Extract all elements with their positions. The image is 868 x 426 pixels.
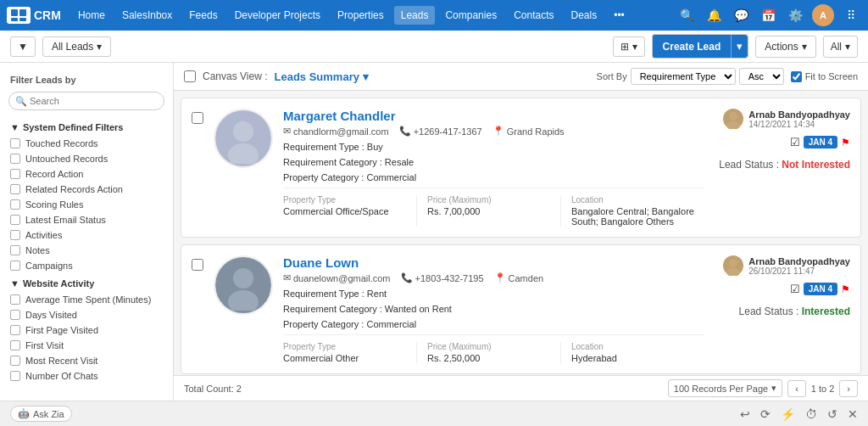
sidebar-item-first-visit[interactable]: First Visit	[0, 338, 173, 353]
most-recent-checkbox[interactable]	[10, 356, 20, 366]
calendar-icon[interactable]: 📅	[758, 5, 778, 25]
nav-icons-group: 🔍 🔔 💬 📅 ⚙️ A ⠿	[676, 4, 861, 26]
ask-zia-button[interactable]: 🤖 Ask Zia	[10, 406, 72, 422]
sidebar-item-days-visited[interactable]: Days Visited	[0, 307, 173, 322]
prev-page-button[interactable]: ‹	[787, 380, 806, 397]
search-input[interactable]	[8, 92, 164, 110]
nav-salesinbox[interactable]: SalesInbox	[115, 6, 179, 25]
campaigns-checkbox[interactable]	[10, 261, 20, 271]
untouched-records-checkbox[interactable]	[10, 154, 20, 164]
user-avatar[interactable]: A	[812, 4, 834, 26]
sidebar-item-touched-records[interactable]: Touched Records	[0, 136, 173, 151]
all-filter-button[interactable]: All ▾	[823, 36, 858, 58]
avatar-placeholder	[215, 109, 271, 168]
svg-point-6	[729, 112, 737, 121]
fit-to-screen-checkbox[interactable]	[791, 71, 802, 82]
sidebar-item-activities[interactable]: Activities	[0, 227, 173, 243]
nav-more[interactable]: •••	[607, 6, 632, 25]
lead-details-2: Property Type Commercial Other Price (Ma…	[283, 334, 704, 363]
actions-button[interactable]: Actions ▾	[755, 36, 815, 58]
status-icon-3[interactable]: ⚡	[781, 407, 795, 421]
notes-checkbox[interactable]	[10, 245, 20, 255]
sort-order-select[interactable]: Asc	[739, 68, 784, 85]
activities-checkbox[interactable]	[10, 230, 20, 240]
first-visit-checkbox[interactable]	[10, 340, 20, 350]
nav-companies[interactable]: Companies	[438, 6, 504, 25]
latest-email-label: Latest Email Status	[25, 215, 106, 225]
first-page-checkbox[interactable]	[10, 325, 20, 335]
calendar-task-icon-2[interactable]: ☑	[790, 283, 800, 295]
lead-checkbox-2[interactable]	[192, 259, 203, 271]
related-records-checkbox[interactable]	[10, 184, 20, 194]
sidebar-item-avg-time[interactable]: Average Time Spent (Minutes)	[0, 292, 173, 307]
latest-email-checkbox[interactable]	[10, 215, 20, 225]
status-icon-4[interactable]: ⏱	[805, 407, 817, 421]
prop-type-col-1: Property Type Commercial Office/Space	[283, 195, 417, 227]
record-action-label: Record Action	[25, 169, 83, 179]
status-icon-1[interactable]: ↩	[740, 407, 750, 421]
nav-contacts[interactable]: Contacts	[507, 6, 560, 25]
view-toggle-button[interactable]: ⊞ ▾	[613, 36, 645, 57]
sidebar-item-untouched-records[interactable]: Untouched Records	[0, 151, 173, 166]
canvas-view-selector[interactable]: Leads Summary ▾	[274, 70, 368, 83]
create-lead-dropdown-arrow[interactable]: ▾	[731, 35, 748, 58]
nav-feeds[interactable]: Feeds	[182, 6, 224, 25]
filter-button[interactable]: ▼	[10, 36, 36, 57]
lead-name-1[interactable]: Margaret Chandler	[283, 109, 704, 123]
grid-icon[interactable]: ⠿	[841, 5, 861, 25]
avg-time-checkbox[interactable]	[10, 294, 20, 305]
select-all-checkbox[interactable]	[184, 70, 196, 82]
lead-meta-cat-2: Requirement Category : Wanted on Rent	[283, 304, 704, 314]
bell-icon[interactable]: 🔔	[704, 5, 724, 25]
prop-type-col-2: Property Type Commercial Other	[283, 342, 417, 363]
sidebar-item-latest-email[interactable]: Latest Email Status	[0, 212, 173, 227]
fit-to-screen-toggle[interactable]: Fit to Screen	[791, 71, 858, 82]
next-page-button[interactable]: ›	[839, 380, 858, 397]
num-chats-checkbox[interactable]	[10, 371, 20, 381]
app-logo[interactable]: CRM	[7, 7, 61, 24]
nav-developer-projects[interactable]: Developer Projects	[228, 6, 327, 25]
lead-checkbox-1[interactable]	[192, 112, 203, 124]
lead-details-1: Property Type Commercial Office/Space Pr…	[283, 188, 704, 227]
sidebar-item-first-page-visited[interactable]: First Page Visited	[0, 322, 173, 338]
dropdown-arrow-icon: ▾	[97, 41, 102, 53]
nav-home[interactable]: Home	[71, 6, 112, 25]
create-lead-button[interactable]: Create Lead	[653, 35, 732, 58]
record-action-checkbox[interactable]	[10, 169, 20, 179]
content-area: Canvas View : Leads Summary ▾ Sort By Re…	[174, 63, 868, 401]
top-navigation: CRM Home SalesInbox Feeds Developer Proj…	[0, 0, 868, 31]
status-icon-6[interactable]: ✕	[848, 407, 858, 421]
sidebar-item-num-chats[interactable]: Number Of Chats	[0, 368, 173, 384]
sidebar-item-scoring-rules[interactable]: Scoring Rules	[0, 197, 173, 212]
lead-meta-1: Requirement Type : Buy	[283, 142, 704, 152]
nav-properties[interactable]: Properties	[331, 6, 391, 25]
sort-field-select[interactable]: Requirement Type	[631, 68, 736, 85]
search-icon[interactable]: 🔍	[676, 5, 697, 25]
sidebar-item-campaigns[interactable]: Campaigns	[0, 258, 173, 273]
system-filters-header[interactable]: ▼ System Defined Filters	[0, 117, 173, 136]
sidebar-item-record-action[interactable]: Record Action	[0, 166, 173, 182]
per-page-dropdown[interactable]: 100 Records Per Page ▾	[668, 379, 782, 397]
svg-point-4	[233, 121, 253, 142]
calendar-task-icon-1[interactable]: ☑	[790, 136, 800, 149]
sidebar-item-most-recent-visit[interactable]: Most Recent Visit	[0, 353, 173, 368]
lead-name-2[interactable]: Duane Lown	[283, 255, 704, 270]
days-visited-checkbox[interactable]	[10, 310, 20, 320]
campaigns-label: Campaigns	[25, 261, 73, 271]
status-icon-5[interactable]: ↺	[827, 407, 837, 421]
pagination: 100 Records Per Page ▾ ‹ 1 to 2 ›	[668, 379, 858, 397]
nav-leads[interactable]: Leads	[394, 6, 436, 25]
req-cat-value-1: Resale	[385, 157, 414, 167]
assigned-avatar-2	[723, 255, 743, 276]
status-icon-2[interactable]: ⟳	[760, 407, 771, 421]
website-activity-header[interactable]: ▼ Website Activity	[0, 273, 173, 292]
all-leads-dropdown[interactable]: All Leads ▾	[42, 36, 111, 57]
sidebar-item-notes[interactable]: Notes	[0, 243, 173, 258]
settings-icon[interactable]: ⚙️	[785, 5, 805, 25]
chat-icon[interactable]: 💬	[731, 5, 751, 25]
sidebar-item-related-records[interactable]: Related Records Action	[0, 182, 173, 197]
assigned-name-2: Arnab Bandyopadhyay	[748, 256, 850, 266]
touched-records-checkbox[interactable]	[10, 138, 20, 149]
scoring-rules-checkbox[interactable]	[10, 199, 20, 210]
nav-deals[interactable]: Deals	[565, 6, 604, 25]
